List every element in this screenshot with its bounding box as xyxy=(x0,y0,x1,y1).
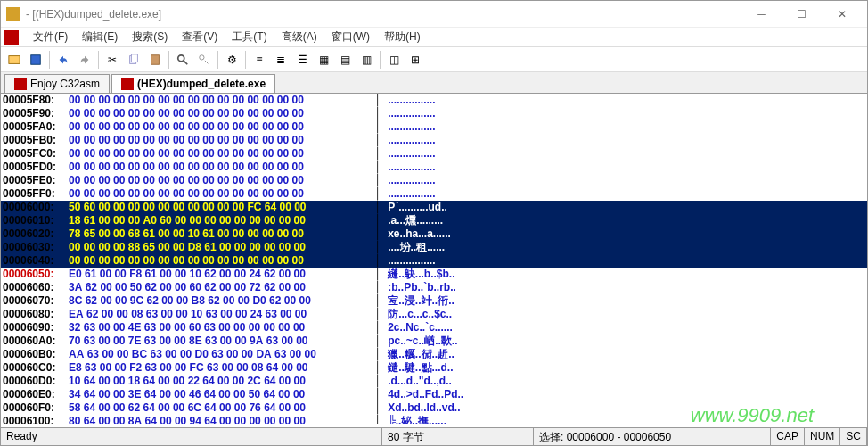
hex-row[interactable]: 00006010:18 61 00 00 00 A0 60 00 00 00 0… xyxy=(1,214,867,227)
hex-row[interactable]: 000060D0:10 64 00 00 18 64 00 00 22 64 0… xyxy=(1,375,867,388)
close-button[interactable]: ✕ xyxy=(822,2,862,27)
status-bytes: 80 字节 xyxy=(382,428,534,445)
find-icon[interactable] xyxy=(173,50,192,70)
hex-row[interactable]: 000060F0:58 64 00 00 62 64 00 00 6C 64 0… xyxy=(1,401,867,415)
hex-row[interactable]: 00005F90:00 00 00 00 00 00 00 00 00 00 0… xyxy=(1,107,867,120)
menu-window[interactable]: 窗口(W) xyxy=(324,29,377,45)
hex-row[interactable]: 00006020:78 65 00 00 68 61 00 00 10 61 0… xyxy=(1,227,867,241)
hex-row[interactable]: 00005FC0:00 00 00 00 00 00 00 00 00 00 0… xyxy=(1,147,867,161)
hex-row[interactable]: 000060B0:AA 63 00 00 BC 63 00 00 D0 63 0… xyxy=(1,348,867,361)
open-icon[interactable] xyxy=(4,50,24,70)
statusbar: Ready 80 字节 选择: 00006000 - 00006050 CAP … xyxy=(1,427,867,445)
menu-view[interactable]: 查看(V) xyxy=(175,29,225,45)
status-scrl: SC xyxy=(840,428,867,445)
app-icon xyxy=(6,7,20,21)
hex-row[interactable]: 00005FD0:00 00 00 00 00 00 00 00 00 00 0… xyxy=(1,161,867,174)
menu-tools[interactable]: 工具(T) xyxy=(225,29,274,45)
window-title: - [(HEX)dumped_delete.exe] xyxy=(26,8,741,21)
hex-row[interactable]: 00005FE0:00 00 00 00 00 00 00 00 00 00 0… xyxy=(1,174,867,187)
hex-row[interactable]: 00006040:00 00 00 00 00 00 00 00 00 00 0… xyxy=(1,254,867,268)
copy-icon[interactable] xyxy=(124,50,143,70)
menu-edit[interactable]: 编辑(E) xyxy=(75,29,125,45)
hex-editor[interactable]: 00005F80:00 00 00 00 00 00 00 00 00 00 0… xyxy=(1,94,867,424)
hex-row[interactable]: 000060E0:34 64 00 00 3E 64 00 00 46 64 0… xyxy=(1,388,867,401)
svg-point-7 xyxy=(200,54,204,59)
menubar: 文件(F) 编辑(E) 搜索(S) 查看(V) 工具(T) 高级(A) 窗口(W… xyxy=(1,28,867,47)
cut-icon[interactable]: ✂ xyxy=(102,50,122,70)
align-left-icon[interactable]: ≡ xyxy=(250,50,269,70)
tab-enjoy[interactable]: Enjoy C32asm xyxy=(4,74,110,93)
redo-icon[interactable] xyxy=(75,50,94,70)
hex-row[interactable]: 00006050:E0 61 00 00 F8 61 00 00 10 62 0… xyxy=(1,268,867,281)
menu-app-icon xyxy=(4,30,19,45)
menu-search[interactable]: 搜索(S) xyxy=(125,29,175,45)
hex-row[interactable]: 00005F80:00 00 00 00 00 00 00 00 00 00 0… xyxy=(1,94,867,107)
hex-row[interactable]: 00006030:00 00 00 00 88 65 00 00 D8 61 0… xyxy=(1,241,867,254)
find-next-icon[interactable] xyxy=(194,50,214,70)
save-icon[interactable] xyxy=(26,50,45,70)
tab-dumped[interactable]: (HEX)dumped_delete.exe xyxy=(111,74,275,93)
paste-icon[interactable] xyxy=(145,50,165,70)
hex-row[interactable]: 000060C0:E8 63 00 00 F2 63 00 00 FC 63 0… xyxy=(1,361,867,375)
block1-icon[interactable]: ◫ xyxy=(384,50,404,70)
status-ready: Ready xyxy=(1,428,382,445)
tabstrip: Enjoy C32asm (HEX)dumped_delete.exe xyxy=(1,72,867,94)
hex-row[interactable]: 00005FA0:00 00 00 00 00 00 00 00 00 00 0… xyxy=(1,120,867,134)
toolbar: ✂ ⚙ ≡ ≣ ☰ ▦ ▤ ▥ ◫ ⊞ xyxy=(1,47,867,72)
tab-icon xyxy=(121,78,134,90)
hex-row[interactable]: 00006070:8C 62 00 00 9C 62 00 00 B8 62 0… xyxy=(1,294,867,308)
hex-row[interactable]: 00006090:32 63 00 00 4E 63 00 00 60 63 0… xyxy=(1,321,867,334)
hex-row[interactable]: 00005FF0:00 00 00 00 00 00 00 00 00 00 0… xyxy=(1,187,867,201)
grid1-icon[interactable]: ▦ xyxy=(314,50,333,70)
block2-icon[interactable]: ⊞ xyxy=(405,50,425,70)
hex-row[interactable]: 00006100:80 64 00 00 8A 64 00 00 94 64 0… xyxy=(1,415,867,424)
hex-row[interactable]: 00006060:3A 62 00 00 50 62 00 00 60 62 0… xyxy=(1,281,867,294)
titlebar: - [(HEX)dumped_delete.exe] ─ ☐ ✕ xyxy=(1,1,867,28)
hex-row[interactable]: 00005FB0:00 00 00 00 00 00 00 00 00 00 0… xyxy=(1,134,867,147)
menu-help[interactable]: 帮助(H) xyxy=(377,29,428,45)
grid2-icon[interactable]: ▤ xyxy=(335,50,355,70)
menu-file[interactable]: 文件(F) xyxy=(26,29,75,45)
tool-icon[interactable]: ⚙ xyxy=(222,50,242,70)
minimize-button[interactable]: ─ xyxy=(741,2,782,27)
maximize-button[interactable]: ☐ xyxy=(782,2,822,27)
menu-advanced[interactable]: 高级(A) xyxy=(274,29,324,45)
grid3-icon[interactable]: ▥ xyxy=(356,50,376,70)
status-caps: CAP xyxy=(771,428,805,445)
svg-rect-0 xyxy=(9,55,20,63)
undo-icon[interactable] xyxy=(53,50,73,70)
align-right-icon[interactable]: ☰ xyxy=(292,50,312,70)
align-center-icon[interactable]: ≣ xyxy=(271,50,291,70)
hex-row[interactable]: 00006000:50 60 00 00 00 00 00 00 00 00 0… xyxy=(1,201,867,214)
status-selection: 选择: 00006000 - 00006050 xyxy=(534,428,771,445)
svg-point-5 xyxy=(178,54,184,61)
hex-row[interactable]: 00006080:EA 62 00 00 08 63 00 00 10 63 0… xyxy=(1,308,867,321)
tab-icon xyxy=(14,78,27,90)
status-num: NUM xyxy=(805,428,840,445)
svg-rect-1 xyxy=(31,54,41,64)
svg-rect-4 xyxy=(151,54,160,64)
svg-line-6 xyxy=(184,60,187,63)
hex-row[interactable]: 000060A0:70 63 00 00 7E 63 00 00 8E 63 0… xyxy=(1,334,867,348)
svg-rect-3 xyxy=(131,54,137,62)
